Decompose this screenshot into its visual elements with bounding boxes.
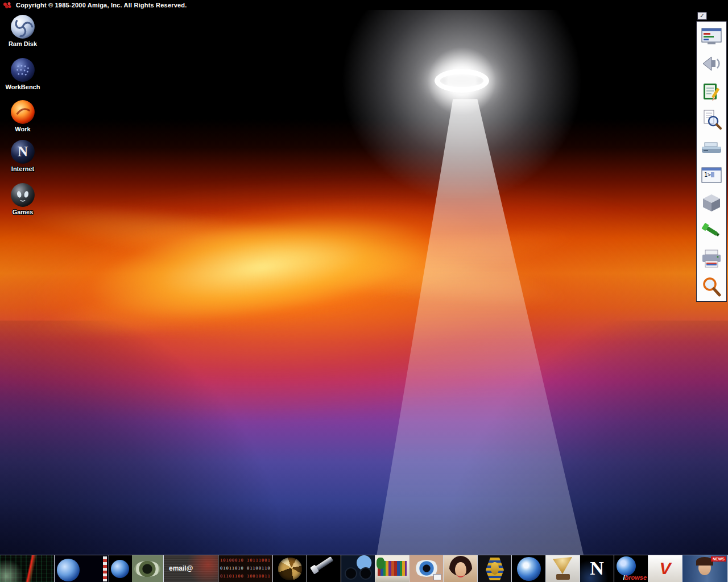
workbench-disk-icon (10, 57, 36, 83)
earth-globe-tile[interactable] (512, 555, 546, 582)
package-box-icon (700, 192, 723, 214)
speaker-icon (700, 52, 723, 75)
workbench-screen-button[interactable] (698, 23, 725, 48)
news-anchor-tile[interactable]: NEWS (682, 555, 728, 582)
ibrowse-browse: browse (624, 574, 647, 581)
circuit-laser-tile[interactable] (0, 555, 55, 582)
desktop-icon-games[interactable]: Games (0, 182, 47, 215)
flashlight-button[interactable] (698, 218, 725, 243)
desktop-icon-label: Work (15, 126, 30, 132)
news-badge: NEWS (711, 556, 726, 562)
screen-title-bar: Copyright © 1985-2000 Amiga, Inc. All Ri… (0, 0, 728, 10)
earth-eye-tile[interactable] (109, 555, 164, 582)
scanner-button[interactable] (698, 135, 725, 160)
dock-toggle-button[interactable]: ✓ (697, 12, 707, 20)
wallpaper-shadow-left (0, 321, 318, 582)
printer-icon (700, 247, 723, 270)
pinup-woman-tile[interactable] (444, 555, 478, 582)
speaker-button[interactable] (698, 51, 725, 76)
magnifier-icon (700, 275, 723, 298)
find-file-button[interactable] (698, 107, 725, 132)
desktop-icon-label: Ram Disk (9, 40, 37, 47)
desktop-icon-label: Games (13, 209, 34, 215)
email-label: email@ (169, 564, 193, 572)
binary-row: 10100010 10111001 (220, 558, 271, 563)
right-toolbar-dock: 1> (696, 21, 727, 302)
library-books-tile[interactable] (375, 555, 410, 582)
binary-code-tile[interactable]: 10100010 1011100101011010 01100110011011… (218, 555, 273, 582)
package-box-button[interactable] (698, 190, 725, 215)
ram-disk-icon (10, 14, 36, 40)
desktop-icon-label: Internet (11, 165, 34, 172)
eye-tile[interactable] (410, 555, 444, 582)
work-disk-icon (10, 99, 36, 125)
ibrowse-tile[interactable]: ibrowse (614, 555, 648, 582)
earth-binary-tile[interactable] (55, 555, 109, 582)
amiga-badge-icon (3, 2, 12, 9)
gramophone-tile[interactable] (546, 555, 580, 582)
desktop: Ram DiskWorkBenchWorkNInternetGames (0, 10, 728, 582)
desktop-icon-label: WorkBench (6, 84, 40, 90)
email-tile[interactable]: email@ (164, 555, 218, 582)
binoculars-earth-tile[interactable] (341, 555, 375, 582)
v-arrow-tile[interactable]: V (648, 555, 682, 582)
light-ring (435, 69, 489, 93)
v-letter: V (648, 555, 682, 581)
netscape-tile[interactable]: N (580, 555, 614, 582)
desktop-icon-ram-disk[interactable]: Ram Disk (0, 14, 47, 47)
printer-button[interactable] (698, 246, 725, 271)
pharaoh-mask-tile[interactable] (478, 555, 512, 582)
notes-icon (700, 80, 723, 103)
notes-button[interactable] (698, 79, 725, 104)
ibrowse-label: ibrowse (623, 574, 647, 581)
find-file-icon (700, 108, 723, 131)
binary-row: 01011010 01100110 (220, 566, 271, 571)
games-icon (10, 182, 36, 208)
shell-window-button[interactable]: 1> (698, 163, 725, 188)
workbench-screen-icon (700, 24, 723, 47)
shell-window-icon: 1> (700, 164, 723, 186)
binary-row: 01101100 10010011 (220, 574, 271, 579)
netscape-n-letter: N (580, 556, 614, 581)
desktop-icon-internet[interactable]: NInternet (0, 139, 47, 172)
svg-text:1>: 1> (704, 172, 711, 178)
magnifier-button[interactable] (698, 274, 725, 299)
nautilus-shell-tile[interactable] (273, 555, 307, 582)
flashlight-tile[interactable] (307, 555, 341, 582)
desktop-icon-workbench[interactable]: WorkBench (0, 57, 47, 90)
svg-text:N: N (18, 144, 28, 159)
bottom-dock: email@10100010 1011100101011010 01100110… (0, 555, 728, 582)
desktop-icon-work[interactable]: Work (0, 99, 47, 132)
screen-title-text: Copyright © 1985-2000 Amiga, Inc. All Ri… (16, 2, 187, 9)
flashlight-icon (700, 219, 723, 242)
scanner-icon (700, 136, 723, 159)
internet-icon: N (10, 139, 36, 165)
